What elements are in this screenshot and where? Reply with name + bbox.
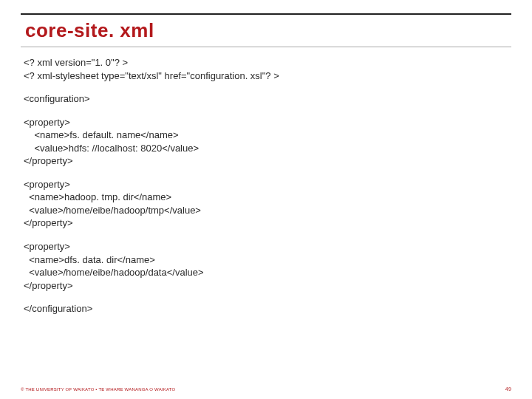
slide-title: core-site. xml [21, 16, 511, 47]
footer: © THE UNIVERSITY OF WAIKATO • TE WHARE W… [21, 386, 511, 392]
configuration-close: </configuration> [24, 302, 510, 316]
xml-header-block: <? xml version="1. 0"? > <? xml-styleshe… [24, 56, 510, 82]
title-rule-top [21, 13, 511, 15]
configuration-open: <configuration> [24, 92, 510, 106]
property-block-3: <property> <name>dfs. data. dir</name> <… [24, 240, 510, 292]
property-block-1: <property> <name>fs. default. name</name… [24, 116, 510, 168]
footer-copyright: © THE UNIVERSITY OF WAIKATO • TE WHARE W… [21, 387, 175, 392]
property-block-2: <property> <name>hadoop. tmp. dir</name>… [24, 178, 510, 230]
footer-page-number: 49 [505, 386, 511, 392]
slide: core-site. xml <? xml version="1. 0"? > … [0, 0, 532, 399]
slide-content: <? xml version="1. 0"? > <? xml-styleshe… [21, 47, 511, 316]
